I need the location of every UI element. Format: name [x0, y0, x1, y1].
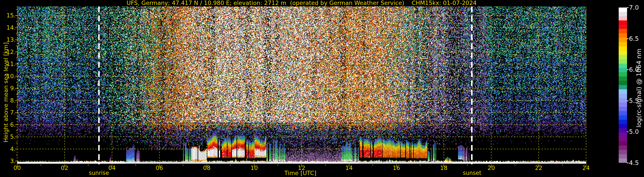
- y-tick-label: 15.: [0, 12, 16, 19]
- colorbar-segment: [619, 111, 627, 115]
- colorbar-segment: [619, 115, 627, 120]
- x-tick-label: 04: [106, 164, 118, 171]
- x-tick-label: 06: [153, 164, 166, 171]
- y-tick-label: 9.: [0, 85, 16, 92]
- colorbar-segment: [619, 154, 627, 158]
- colorbar-segment: [619, 120, 627, 124]
- y-tick-label: 4.: [0, 146, 16, 152]
- sunset-label: sunset: [459, 170, 485, 176]
- colorbar-segment: [619, 150, 627, 154]
- colorbar-segment: [619, 85, 627, 89]
- colorbar-segment: [619, 124, 627, 128]
- ceilometer-plot-canvas: [0, 0, 644, 177]
- y-tick-label: 13.: [0, 36, 16, 43]
- colorbar-tick: [627, 7, 628, 8]
- colorbar-segment: [619, 33, 627, 38]
- y-tick-label: 8.: [0, 97, 16, 104]
- x-tick-label: 14: [342, 164, 355, 171]
- colorbar-segment: [619, 42, 627, 46]
- colorbar-segment: [619, 128, 627, 132]
- colorbar-segment: [619, 72, 627, 76]
- x-tick-label: 08: [200, 164, 213, 171]
- x-tick-label: 24: [580, 164, 592, 171]
- colorbar-tick: [627, 101, 628, 101]
- colorbar-segment: [619, 137, 627, 141]
- colorbar-segment: [619, 21, 627, 25]
- colorbar-segment: [619, 8, 627, 12]
- colorbar-segment: [619, 51, 627, 55]
- colorbar: [619, 8, 627, 163]
- y-tick-label: 11.: [0, 61, 16, 67]
- colorbar-segment: [619, 102, 627, 107]
- colorbar-segment: [619, 132, 627, 137]
- colorbar-segment: [619, 141, 627, 145]
- ceilometer-figure: UFS, Germany; 47.417 N / 10.980 E; eleva…: [0, 0, 644, 177]
- colorbar-segment: [619, 146, 627, 150]
- colorbar-tick-label: 4.5: [629, 159, 644, 166]
- y-tick-label: 6.: [0, 121, 16, 128]
- x-tick-label: 20: [485, 164, 498, 171]
- colorbar-tick: [627, 39, 628, 39]
- colorbar-segment: [619, 76, 627, 81]
- colorbar-tick-label: 6.5: [629, 35, 644, 42]
- colorbar-segment: [619, 64, 627, 68]
- colorbar-segment: [619, 68, 627, 72]
- x-tick-label: 12: [295, 164, 308, 171]
- colorbar-segment: [619, 38, 627, 42]
- colorbar-segment: [619, 12, 627, 16]
- colorbar-tick: [627, 131, 628, 132]
- colorbar-tick: [627, 163, 628, 163]
- colorbar-segment: [619, 16, 627, 21]
- colorbar-segment: [619, 94, 627, 98]
- y-tick-label: 12.: [0, 49, 16, 55]
- colorbar-segment: [619, 59, 627, 64]
- y-tick-label: 14.: [0, 24, 16, 31]
- colorbar-tick-label: 5.0: [629, 128, 644, 135]
- x-tick-label: 22: [532, 164, 545, 171]
- x-tick-label: 00: [11, 164, 24, 171]
- y-tick-label: 3.: [0, 158, 16, 164]
- colorbar-segment: [619, 89, 627, 94]
- x-tick-label: 02: [58, 164, 71, 171]
- colorbar-segment: [619, 25, 627, 29]
- colorbar-segment: [619, 29, 627, 33]
- colorbar-segment: [619, 46, 627, 51]
- x-tick-label: 16: [390, 164, 403, 171]
- x-tick-label: 18: [437, 164, 450, 171]
- colorbar-segment: [619, 158, 627, 163]
- colorbar-segment: [619, 98, 627, 102]
- x-tick-label: 10: [248, 164, 261, 171]
- colorbar-segment: [619, 81, 627, 85]
- colorbar-label: log(rc-signal) @ 1064 nm: [635, 49, 642, 127]
- colorbar-tick-label: 7.0: [629, 4, 644, 11]
- colorbar-segment: [619, 55, 627, 59]
- colorbar-segment: [619, 107, 627, 111]
- y-tick-label: 5.: [0, 133, 16, 140]
- y-tick-label: 7.: [0, 109, 16, 116]
- page-title: UFS, Germany; 47.417 N / 10.980 E; eleva…: [17, 0, 586, 6]
- colorbar-tick: [627, 69, 628, 70]
- y-tick-label: 10.: [0, 73, 16, 79]
